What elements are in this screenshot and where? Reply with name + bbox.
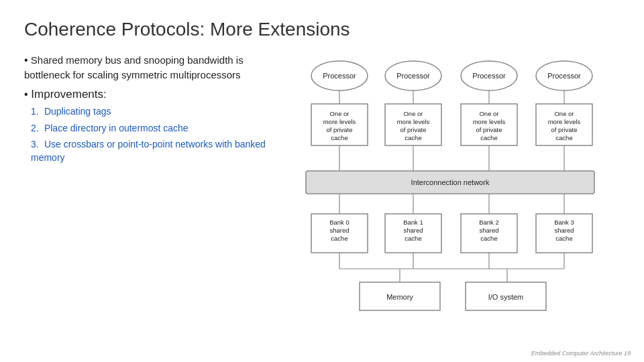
slide: Coherence Protocols: More Extensions • S… xyxy=(0,0,644,362)
svg-text:of private: of private xyxy=(551,126,577,133)
diagram-panel: Processor Processor Processor Processor xyxy=(299,52,620,343)
slide-title: Coherence Protocols: More Extensions xyxy=(24,19,620,40)
svg-text:more levels: more levels xyxy=(397,118,430,125)
svg-text:more levels: more levels xyxy=(473,118,506,125)
svg-text:Bank 1: Bank 1 xyxy=(403,219,423,226)
list-item-2: 2. Place directory in outermost cache xyxy=(31,122,286,135)
svg-text:Memory: Memory xyxy=(386,293,413,301)
svg-text:I/O system: I/O system xyxy=(488,293,524,301)
svg-text:of private: of private xyxy=(476,126,502,133)
svg-text:One or: One or xyxy=(554,110,574,117)
svg-text:more levels: more levels xyxy=(323,118,356,125)
svg-text:Interconnection network: Interconnection network xyxy=(411,178,490,186)
svg-text:cache: cache xyxy=(331,134,347,141)
improvements-list: 1. Duplicating tags 2. Place directory i… xyxy=(24,105,286,164)
svg-text:cache: cache xyxy=(555,235,572,242)
bullet-1: • Shared memory bus and snooping bandwid… xyxy=(24,52,286,82)
svg-text:more levels: more levels xyxy=(548,118,581,125)
improvements-heading: • Improvements: xyxy=(24,88,286,101)
svg-text:shared: shared xyxy=(554,227,574,234)
svg-text:One or: One or xyxy=(479,110,498,117)
svg-text:cache: cache xyxy=(480,235,497,242)
svg-text:cache: cache xyxy=(331,235,347,242)
list-item-1: 1. Duplicating tags xyxy=(31,105,286,119)
svg-text:Bank 2: Bank 2 xyxy=(479,219,499,226)
svg-text:Bank 0: Bank 0 xyxy=(329,219,350,226)
svg-text:shared: shared xyxy=(479,227,498,234)
svg-text:cache: cache xyxy=(405,235,421,242)
svg-text:shared: shared xyxy=(329,227,349,234)
svg-text:One or: One or xyxy=(403,110,423,117)
footer-text: Embedded Computer Architecture 19 xyxy=(531,350,631,357)
svg-text:of private: of private xyxy=(326,126,352,133)
svg-text:Processor: Processor xyxy=(396,72,430,80)
svg-text:Processor: Processor xyxy=(547,72,581,80)
svg-text:Processor: Processor xyxy=(323,72,356,80)
svg-text:of private: of private xyxy=(400,126,426,133)
svg-text:Processor: Processor xyxy=(472,72,506,80)
svg-text:Bank 3: Bank 3 xyxy=(554,219,574,226)
svg-text:shared: shared xyxy=(403,227,423,234)
list-item-3: 3. Use crossbars or point-to-point netwo… xyxy=(31,138,286,164)
svg-text:cache: cache xyxy=(480,134,497,141)
content-area: • Shared memory bus and snooping bandwid… xyxy=(24,52,620,343)
svg-text:cache: cache xyxy=(405,134,421,141)
svg-text:One or: One or xyxy=(329,110,349,117)
left-panel: • Shared memory bus and snooping bandwid… xyxy=(24,52,286,343)
architecture-diagram: Processor Processor Processor Processor xyxy=(299,52,601,341)
svg-text:cache: cache xyxy=(555,134,572,141)
